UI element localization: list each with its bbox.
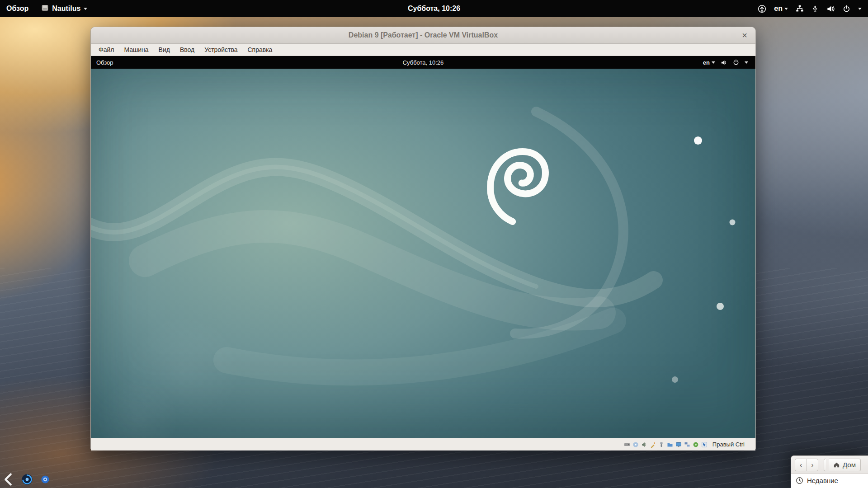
desktop-dot: [730, 220, 736, 225]
sidebar-item-recent[interactable]: Недавние: [791, 474, 868, 488]
network-icon[interactable]: [796, 5, 804, 13]
menu-help[interactable]: Справка: [242, 44, 277, 56]
keyboard-layout-label: en: [774, 5, 783, 13]
virtualbox-window: Debian 9 [Работает] - Oracle VM VirtualB…: [90, 27, 756, 450]
host-key-label: Правый Ctrl: [712, 441, 745, 448]
host-clock[interactable]: Суббота, 10:26: [408, 5, 460, 13]
nautilus-icon: [41, 4, 49, 14]
status-mouse-icon[interactable]: [701, 441, 708, 448]
status-network-icon[interactable]: [684, 441, 690, 448]
chevron-down-icon: [784, 8, 788, 10]
status-sharedfolders-icon[interactable]: [667, 441, 673, 448]
guest-keyboard-layout-label: en: [703, 59, 710, 66]
app-menu-button[interactable]: Nautilus: [35, 0, 94, 17]
volume-icon[interactable]: [826, 5, 835, 13]
power-icon[interactable]: [843, 5, 850, 13]
close-button[interactable]: ×: [738, 29, 751, 42]
back-button[interactable]: ‹: [795, 459, 807, 471]
app-menu-label: Nautilus: [52, 5, 80, 13]
guest-power-icon[interactable]: [733, 59, 739, 66]
microphone-icon[interactable]: [811, 5, 819, 12]
forward-button[interactable]: ›: [807, 459, 818, 471]
chevron-down-icon: [745, 61, 748, 64]
guest-keyboard-layout-button[interactable]: en: [703, 59, 715, 66]
app-icon[interactable]: [41, 475, 50, 484]
menu-input[interactable]: Ввод: [175, 44, 199, 56]
status-features-icon[interactable]: [693, 441, 699, 448]
activities-button[interactable]: Обзор: [0, 0, 35, 17]
menu-file[interactable]: Файл: [94, 44, 119, 56]
host-dock: [3, 473, 50, 486]
menu-machine[interactable]: Машина: [119, 44, 153, 56]
home-icon: [833, 461, 840, 468]
window-titlebar[interactable]: Debian 9 [Работает] - Oracle VM VirtualB…: [91, 27, 755, 44]
browser-icon[interactable]: [21, 474, 33, 485]
system-menu-button[interactable]: [858, 8, 862, 10]
status-audio-icon[interactable]: [641, 441, 647, 448]
desktop-dot: [717, 303, 724, 310]
debian-wallpaper-art: [91, 69, 755, 438]
menu-devices[interactable]: Устройства: [199, 44, 242, 56]
activities-label: Обзор: [6, 5, 28, 13]
host-topbar: Обзор Nautilus Суббота, 10:26 en: [0, 0, 868, 17]
sidebar-item-recent-label: Недавние: [807, 477, 838, 484]
guest-topbar: Обзор Суббота, 10:26 en: [91, 56, 755, 69]
guest-system-menu-button[interactable]: [745, 61, 748, 64]
chevron-down-icon: [712, 61, 715, 64]
status-usb-icon[interactable]: [658, 441, 665, 448]
desktop-dot: [672, 376, 678, 383]
debian-swirl-logo: [491, 152, 546, 222]
file-chooser-dialog: ‹ › Дом Недавние: [791, 455, 868, 488]
keyboard-layout-button[interactable]: en: [774, 5, 788, 13]
status-harddisk-icon[interactable]: [624, 441, 630, 448]
clock-icon: [796, 477, 803, 484]
status-recording-icon[interactable]: [650, 441, 656, 448]
guest-clock[interactable]: Суббота, 10:26: [403, 59, 444, 66]
menu-view[interactable]: Вид: [154, 44, 175, 56]
desktop-dot: [694, 136, 702, 145]
accessibility-icon[interactable]: [758, 5, 766, 13]
file-dialog-header: ‹ › Дом: [791, 456, 868, 474]
chevron-down-icon: [858, 8, 862, 10]
home-button-label: Дом: [843, 461, 856, 469]
guest-desktop[interactable]: [91, 69, 755, 438]
status-display-icon[interactable]: [675, 441, 682, 448]
menubar: Файл Машина Вид Ввод Устройства Справка: [91, 44, 755, 56]
window-title: Debian 9 [Работает] - Oracle VM VirtualB…: [349, 31, 498, 39]
guest-volume-icon[interactable]: [721, 59, 727, 66]
pathbar-edge: [824, 459, 826, 471]
chevron-left-icon[interactable]: [3, 473, 14, 486]
vm-screen[interactable]: Обзор Суббота, 10:26 en: [91, 56, 755, 438]
status-optical-icon[interactable]: [632, 441, 639, 448]
guest-activities-button[interactable]: Обзор: [91, 56, 119, 69]
vbox-statusbar: Правый Ctrl: [91, 438, 755, 450]
home-button[interactable]: Дом: [829, 459, 861, 471]
chevron-down-icon: [84, 8, 87, 10]
